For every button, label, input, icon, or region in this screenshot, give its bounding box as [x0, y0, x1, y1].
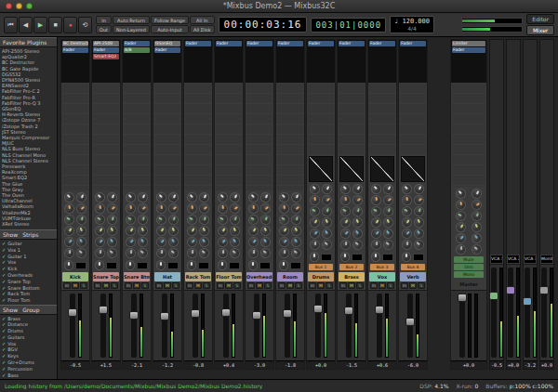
eq-knob[interactable]	[125, 248, 136, 259]
eq-knob[interactable]	[217, 203, 229, 215]
channel-fader[interactable]	[162, 294, 167, 358]
solo-button[interactable]: S	[111, 282, 118, 289]
eq-knob[interactable]	[198, 214, 210, 226]
transport-button[interactable]: ◀	[19, 17, 33, 33]
eq-knob[interactable]	[216, 235, 230, 249]
group-list-item[interactable]: ✓ Percussion	[2, 366, 55, 372]
comp-knob[interactable]	[64, 260, 73, 270]
vca-name[interactable]: VCA 3	[524, 255, 537, 264]
mixer-window-button[interactable]: Mixer	[526, 25, 554, 35]
strip-list-item[interactable]: ✓ Guitar 1	[2, 254, 55, 260]
gain-readout[interactable]: -3.0	[246, 360, 273, 369]
eq-knob[interactable]	[339, 194, 352, 206]
comp-knob[interactable]	[279, 260, 288, 270]
eq-knob[interactable]	[228, 246, 242, 260]
processor-entry[interactable]: Limiter	[452, 41, 485, 46]
checkmark-icon[interactable]: ✓	[2, 359, 6, 366]
group-list-item[interactable]: ✓ Bass	[2, 372, 55, 379]
checkmark-icon[interactable]: ✓	[2, 341, 6, 347]
mute-button[interactable]: M	[348, 282, 355, 289]
eq-knob[interactable]	[217, 248, 228, 259]
processor-box[interactable]: Fader	[184, 40, 212, 83]
eq-knob[interactable]	[62, 235, 76, 249]
transport-toggle[interactable]: Non-Layered	[113, 25, 150, 33]
master-knob[interactable]	[455, 199, 467, 211]
mute-button[interactable]: M	[102, 282, 110, 289]
strip-nameplate[interactable]: Vox	[369, 272, 395, 281]
eq-knob[interactable]	[413, 205, 425, 217]
solo-button[interactable]: S	[387, 282, 394, 289]
strip-list-item[interactable]: ✓ Guitar	[2, 241, 55, 247]
mute-button[interactable]: M	[194, 282, 202, 289]
editor-window-button[interactable]: Editor	[526, 14, 554, 24]
channel-fader[interactable]	[315, 294, 321, 358]
input-button[interactable]: In	[186, 282, 193, 289]
eq-knob[interactable]	[197, 246, 211, 260]
time-signature[interactable]: 4/4	[407, 25, 417, 32]
checkmark-icon[interactable]: ✓	[2, 291, 6, 297]
gain-readout[interactable]: +0.0	[451, 360, 486, 369]
gain-readout[interactable]: -1.2	[153, 360, 181, 369]
transport-toggle[interactable]: All In	[190, 16, 215, 24]
gain-readout[interactable]: -6.0	[399, 360, 427, 369]
processor-entry[interactable]: Fader	[62, 47, 88, 53]
vca-fader[interactable]	[525, 268, 530, 358]
fader-handle[interactable]	[375, 306, 384, 314]
processor-box[interactable]: Fader A/B	[123, 40, 151, 83]
comp-knob[interactable]	[95, 260, 104, 270]
checkmark-icon[interactable]: ✓	[2, 353, 6, 359]
gain-readout[interactable]: -1.5	[338, 360, 365, 369]
eq-knob[interactable]	[352, 205, 364, 217]
bus-assign-tag[interactable]: Bus 2	[339, 264, 364, 270]
solo-button[interactable]: S	[233, 282, 241, 289]
processor-box[interactable]: Fader	[338, 40, 365, 83]
strip-list-item[interactable]: ✓ Kick	[2, 266, 55, 272]
transport-button[interactable]: ■	[48, 17, 62, 33]
transport-toggle[interactable]: In	[96, 16, 112, 24]
fader-handle[interactable]	[344, 307, 353, 315]
gain-readout[interactable]: -0.5	[490, 360, 503, 369]
strip-nameplate[interactable]: Brass	[339, 272, 365, 281]
group-list-item[interactable]: ✓ Keys	[2, 353, 55, 359]
eq-knob[interactable]	[94, 203, 106, 215]
channel-fader[interactable]	[254, 294, 259, 358]
gain-readout[interactable]: +0.0	[507, 360, 520, 369]
checkmark-icon[interactable]: ✓	[2, 346, 6, 353]
processor-entry[interactable]: Fader	[154, 47, 180, 53]
fader-handle[interactable]	[99, 306, 108, 314]
processor-box[interactable]: API-2500 Fader Smart:EQ2	[92, 40, 120, 83]
fader-handle[interactable]	[252, 311, 261, 320]
gain-readout[interactable]: -1.8	[276, 360, 304, 369]
checkmark-icon[interactable]: ✓	[2, 366, 6, 372]
eq-knob[interactable]	[370, 194, 382, 206]
timecode-clock[interactable]: 00:00:03:16	[224, 19, 302, 31]
master-knob[interactable]	[471, 210, 483, 222]
eq-knob[interactable]	[74, 246, 88, 260]
input-button[interactable]: In	[278, 282, 286, 289]
strip-nameplate[interactable]: Verb	[400, 272, 426, 281]
processor-entry[interactable]: Fader	[308, 41, 334, 46]
vca-name[interactable]: VCA 2	[507, 255, 520, 264]
fader-handle[interactable]	[523, 297, 532, 306]
group-list-item[interactable]: ✓ Distance	[2, 321, 55, 328]
eq-knob[interactable]	[308, 227, 322, 241]
vca-fader[interactable]	[491, 268, 497, 358]
processor-entry[interactable]: A/B	[124, 47, 150, 53]
processor-entry[interactable]: Fader	[216, 41, 242, 46]
eq-knob[interactable]	[321, 205, 333, 217]
master-knob[interactable]	[470, 242, 484, 256]
processor-entry[interactable]: Fader	[93, 47, 119, 53]
solo-button[interactable]: S	[356, 282, 364, 289]
favorite-plugins-header[interactable]: Favorite Plugins	[0, 37, 57, 47]
channel-fader[interactable]	[223, 294, 229, 358]
transport-toggle[interactable]: Auto Return	[113, 16, 150, 24]
fader-handle[interactable]	[221, 308, 231, 317]
gain-readout[interactable]: +0.6	[368, 360, 396, 369]
transport-toggle[interactable]: Auto-Input	[151, 25, 189, 33]
eq-knob[interactable]	[124, 235, 138, 249]
fader-handle[interactable]	[283, 309, 292, 318]
eq-knob[interactable]	[247, 248, 259, 259]
comp-knob[interactable]	[187, 260, 196, 270]
strip-list-item[interactable]: ✓ Snare Bottom	[2, 285, 55, 292]
processor-box[interactable]: Fader	[368, 40, 396, 83]
